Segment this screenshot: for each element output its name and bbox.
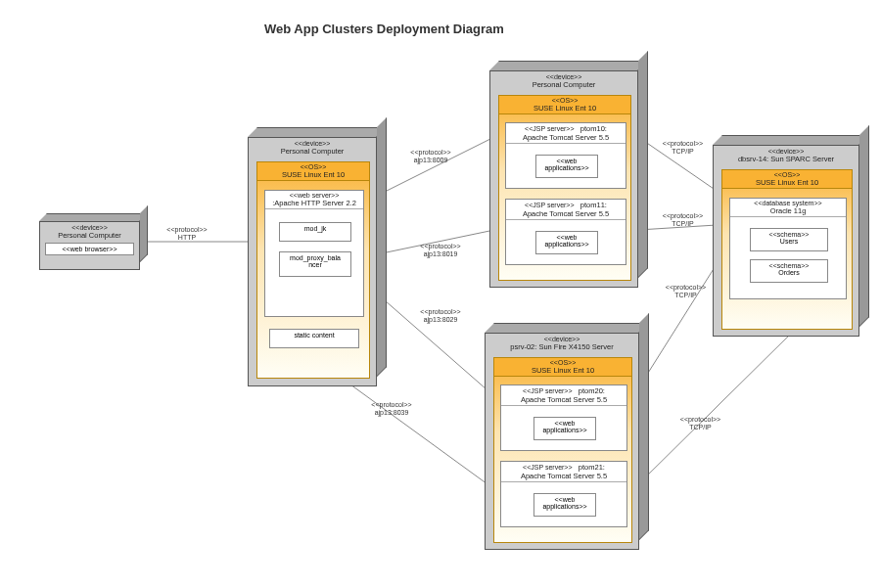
client-name: Personal Computer	[40, 231, 139, 240]
jsp-ptom21: <<JSP server>> ptom21: Apache Tomcat Ser…	[500, 461, 627, 527]
db-name: dbsrv-14: Sun SPARC Server	[714, 155, 858, 163]
app1-stereotype: <<device>>	[490, 73, 637, 80]
apache-http-server: <<web server>> :Apache HTTP Server 2.2 m…	[264, 190, 364, 317]
webapps-ptom21: <<web applications>>	[533, 493, 596, 517]
svg-line-8	[633, 327, 798, 489]
schema-orders: <<schema>> Orders	[750, 259, 828, 283]
mod-jk: mod_jk	[279, 222, 351, 242]
app2-name: psrv-02: Sun Fire X4150 Server	[486, 342, 638, 351]
jsp-ptom10: <<JSP server>> ptom10: Apache Tomcat Ser…	[505, 122, 626, 189]
app2-stereotype: <<device>>	[486, 336, 638, 342]
conn-tcp2: <<protocol>>TCP/IP	[656, 212, 710, 227]
webapps-ptom10: <<web applications>>	[535, 155, 598, 178]
db-os: <<OS>> SUSE Linux Ent 10 <<database syst…	[721, 169, 853, 330]
conn-ajp2: <<protocol>>ajp13:8019	[411, 243, 470, 257]
conn-tcp1: <<protocol>>TCP/IP	[656, 140, 710, 155]
conn-ajp4: <<protocol>>ajp13:8039	[362, 401, 421, 416]
jsp-ptom20: <<JSP server>> ptom20: Apache Tomcat Ser…	[500, 384, 627, 451]
conn-ajp3: <<protocol>>ajp13:8029	[411, 308, 470, 323]
http-server-os: <<OS>> SUSE Linux Ent 10 <<web server>> …	[256, 161, 370, 379]
svg-line-4	[340, 377, 494, 489]
mod-proxy-balancer: mod_proxy_bala ncer	[279, 251, 351, 277]
conn-ajp1: <<protocol>>ajp13:8009	[401, 149, 460, 163]
http-server-name: Personal Computer	[249, 147, 376, 156]
conn-tcp3: <<protocol>>TCP/IP	[659, 284, 713, 298]
page-title: Web App Clusters Deployment Diagram	[264, 22, 504, 36]
webapps-ptom11: <<web applications>>	[535, 231, 598, 254]
webapps-ptom20: <<web applications>>	[533, 417, 596, 440]
app2-os: <<OS>> SUSE Linux Ent 10 <<JSP server>> …	[493, 357, 632, 543]
http-server-stereotype: <<device>>	[249, 140, 376, 147]
conn-http: <<protocol>>HTTP	[162, 226, 211, 241]
app1-name: Personal Computer	[490, 80, 637, 89]
jsp-ptom11: <<JSP server>> ptom11: Apache Tomcat Ser…	[505, 199, 626, 265]
svg-line-1	[377, 137, 494, 196]
conn-tcp4: <<protocol>>TCP/IP	[673, 416, 727, 430]
oracle-db: <<database system>> Oracle 11g <<schema>…	[729, 198, 847, 299]
client-stereotype: <<device>>	[40, 224, 139, 231]
web-browser-box: <<web browser>>	[45, 243, 134, 255]
schema-users: <<schema>> Users	[750, 228, 828, 251]
db-stereotype: <<device>>	[714, 148, 858, 155]
static-content: static content	[269, 329, 359, 348]
app1-os: <<OS>> SUSE Linux Ent 10 <<JSP server>> …	[498, 95, 631, 281]
